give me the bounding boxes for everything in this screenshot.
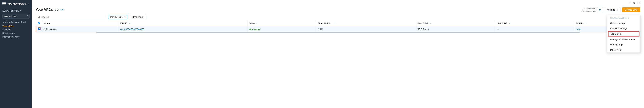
ipv4-sort-icon: ▼ <box>430 22 431 24</box>
info-icon[interactable]: ℹ <box>630 1 630 4</box>
sidebar-title: VPC dashboard <box>8 2 26 5</box>
dhcp-link[interactable]: dopt- <box>576 28 581 30</box>
filter-by-vpc-wrapper: Filter by VPC <box>2 13 30 19</box>
dropdown-item-manage-middlebox[interactable]: Manage middlebox routes <box>607 37 640 42</box>
last-updated-text: Last updated 15 minutes ago <box>582 7 596 12</box>
external-link-icon: ↗ <box>20 10 21 12</box>
block-public-sort-icon: ▼ <box>334 22 336 24</box>
sidebar-top: VPC dashboard ‹ <box>0 0 32 7</box>
toolbar: only-ipv4-vpc ✕ Clear filters ⚙ <box>32 12 644 21</box>
topbar-icons: ℹ ⚙ ⛶ <box>32 0 644 4</box>
vpc-id-link[interactable]: vpc-03854f970683e4905 <box>120 28 144 30</box>
refresh-button[interactable]: ↻ <box>597 7 602 12</box>
scrollbar-row <box>36 32 640 33</box>
vpc-count-badge: (1/1) <box>54 8 59 11</box>
state-sort-icon: ▼ <box>256 22 258 24</box>
table-row: only-ipv4-vpc vpc-03854f970683e4905 ✓ Av… <box>36 26 640 32</box>
search-box <box>36 15 106 19</box>
col-header-block-public[interactable]: Block Public... ▼ <box>316 21 416 26</box>
actions-dropdown-menu: Create default VPC Create flow log Edit … <box>607 15 641 53</box>
dropdown-item-delete-vpc[interactable]: Delete VPC <box>607 47 640 52</box>
table-header-row: Name ▼ VPC ID ▼ State ▼ <box>36 21 640 26</box>
clear-filters-button[interactable]: Clear filters <box>129 15 146 19</box>
ipv6-sort-icon: ▼ <box>509 22 510 24</box>
sidebar-collapse-button[interactable]: ‹ <box>29 2 30 5</box>
vpc-id-sort-icon: ▼ <box>129 22 130 24</box>
search-input[interactable] <box>42 16 104 18</box>
horizontal-scrollbar[interactable] <box>96 32 580 33</box>
dropdown-item-create-default-vpc: Create default VPC <box>607 15 640 20</box>
filter-tag-remove-button[interactable]: ✕ <box>124 16 126 18</box>
row-checkbox-cell[interactable] <box>36 26 42 32</box>
filter-tag: only-ipv4-vpc ✕ <box>108 15 127 19</box>
available-badge: ✓ Available <box>249 28 260 30</box>
dropdown-item-create-flow-log[interactable]: Create flow log <box>607 20 640 26</box>
sidebar-section: EC2 Global View ↗ Filter by VPC ▼ Virtua… <box>0 7 32 39</box>
ec2-global-view-link[interactable]: EC2 Global View ↗ <box>2 9 30 13</box>
actions-arrow-icon: ▲ <box>616 9 618 10</box>
ipv4-cidr-cell: 10.0.0.0/16 <box>416 26 495 32</box>
ipv6-cidr-cell: – <box>495 26 574 32</box>
actions-button[interactable]: Actions ▲ <box>604 7 620 12</box>
vpc-name-cell: only-ipv4-vpc <box>42 26 118 32</box>
settings-icon[interactable]: ⚙ <box>633 1 635 4</box>
col-header-ipv6-cidr[interactable]: IPv6 CIDR ▼ <box>495 21 574 26</box>
vpc-state-cell: ✓ Available <box>248 26 316 32</box>
col-header-name[interactable]: Name ▼ <box>42 21 118 26</box>
header-right: Last updated 15 minutes ago ↻ Actions ▲ … <box>582 7 640 12</box>
create-vpc-button[interactable]: Create VPC <box>622 8 640 12</box>
name-sort-icon: ▼ <box>51 22 53 24</box>
expand-icon[interactable]: ⛶ <box>638 2 640 4</box>
vpc-section-header: ▼ Virtual private cloud <box>2 21 30 24</box>
sidebar-item-internet-gateways[interactable]: Internet gateways <box>2 35 30 38</box>
vpcs-table: Name ▼ VPC ID ▼ State ▼ <box>36 21 640 33</box>
table-wrap: Name ▼ VPC ID ▼ State ▼ <box>32 21 644 108</box>
dropdown-item-edit-cidrs[interactable]: Edit CIDRs <box>608 31 640 36</box>
scrollbar-cell <box>36 32 640 33</box>
dhcp-sort-icon: ▼ <box>585 22 587 24</box>
dropdown-item-edit-vpc-settings[interactable]: Edit VPC settings <box>607 26 640 31</box>
svg-line-1 <box>39 17 40 18</box>
dropdown-item-manage-tags[interactable]: Manage tags <box>607 42 640 47</box>
page-title: Your VPCs <box>36 8 53 12</box>
sidebar-item-subnets[interactable]: Subnets <box>2 28 30 32</box>
filter-tag-value: only-ipv4-vpc <box>110 16 123 18</box>
sidebar-item-your-vpcs[interactable]: Your VPCs <box>2 24 30 28</box>
sidebar-item-route-tables[interactable]: Route tables <box>2 32 30 35</box>
main-header: Your VPCs (1/1) Info Last updated 15 min… <box>32 4 644 12</box>
filter-by-vpc-select[interactable]: Filter by VPC <box>2 14 30 19</box>
off-circle-icon <box>318 28 320 30</box>
sidebar: VPC dashboard ‹ EC2 Global View ↗ Filter… <box>0 0 32 108</box>
search-icon <box>38 16 40 18</box>
col-header-state[interactable]: State ▼ <box>248 21 316 26</box>
select-all-header[interactable] <box>36 21 42 26</box>
info-link[interactable]: Info <box>60 8 64 11</box>
available-dot-icon: ✓ <box>249 28 251 30</box>
block-public-cell: Off <box>316 26 416 32</box>
hamburger-icon[interactable] <box>2 2 6 5</box>
vpc-id-cell: vpc-03854f970683e4905 <box>118 26 248 32</box>
main-content: ℹ ⚙ ⛶ Your VPCs (1/1) Info Last updated … <box>32 0 644 108</box>
off-badge: Off <box>318 28 323 30</box>
col-header-ipv4-cidr[interactable]: IPv4 CIDR ▼ <box>416 21 495 26</box>
col-header-vpc-id[interactable]: VPC ID ▼ <box>118 21 248 26</box>
